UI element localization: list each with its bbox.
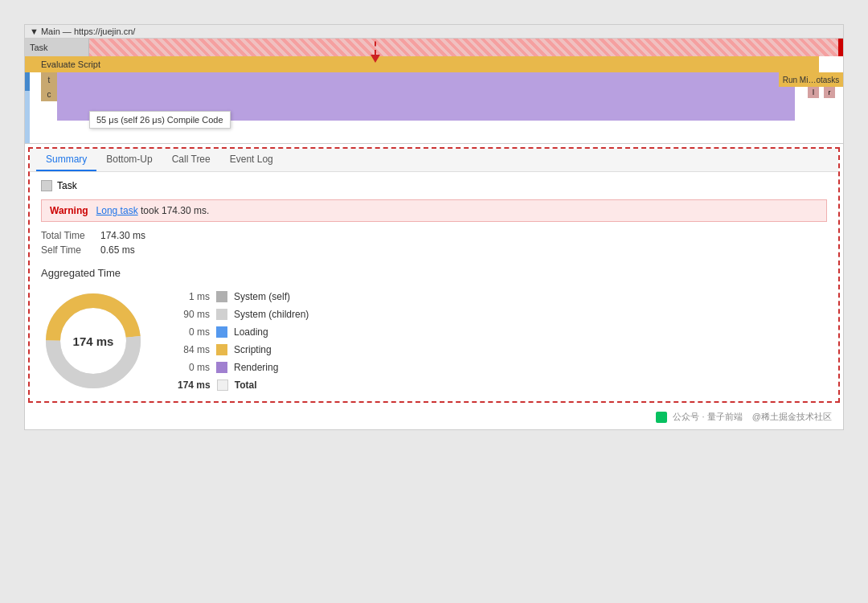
watermark: 公众号 · 量子前端 @稀土掘金技术社区 [25,406,843,429]
run-microtasks-label: Run Mi…otasks [779,72,843,87]
legend-label-rendering: Rendering [234,362,278,373]
legend-label-system-children: System (children) [234,309,309,320]
main-panel: ▼ Main — https://juejin.cn/ Task Evaluat… [24,24,844,430]
aggregated-title: Aggregated Time [41,267,827,279]
total-time-label: Total Time [41,230,97,241]
dashed-arrow-line [371,39,380,63]
legend-color-scripting [216,344,227,355]
warning-text: took 174.30 ms. [141,205,209,216]
legend-value-1: 90 ms [178,309,210,320]
legend-label-total: Total [235,379,257,391]
legend-value-3: 84 ms [178,344,210,355]
legend-row-system-children: 90 ms System (children) [178,309,309,320]
panel-content: Task Warning Long task took 174.30 ms. T… [30,172,838,401]
row-l-label: l [808,87,819,98]
legend-color-system-self [216,291,227,302]
warning-prefix: Warning [50,205,88,216]
donut-chart: 174 ms [41,289,145,393]
legend-color-rendering [216,362,227,373]
row-r-label: r [824,87,835,98]
legend-value-0: 1 ms [178,291,210,302]
tab-event-log[interactable]: Event Log [220,149,283,171]
legend-value-total: 174 ms [178,379,211,391]
task-info-row: Task [41,180,827,191]
wechat-icon [656,412,667,423]
legend-color-total [217,379,228,391]
tooltip-box: 55 μs (self 26 μs) Compile Code [89,111,231,129]
tiny-row-t: t [41,72,57,87]
total-time-row: Total Time 174.30 ms [41,230,827,241]
legend-row-scripting: 84 ms Scripting [178,344,309,355]
task-label: Task [25,39,89,56]
legend-color-loading [216,326,227,338]
task-row: Task [25,39,843,56]
legend-row-loading: 0 ms Loading [178,326,309,338]
legend-row-total: 174 ms Total [178,379,309,391]
tabs-bar: Summary Bottom-Up Call Tree Event Log [30,149,838,172]
warning-row: Warning Long task took 174.30 ms. [41,199,827,222]
aggregated-content: 174 ms 1 ms System (self) [41,289,827,393]
timeline-area: ▼ Main — https://juejin.cn/ Task Evaluat… [25,25,843,144]
dashed-line [375,39,376,55]
legend-color-system-children [216,309,227,320]
legend-label-scripting: Scripting [234,344,272,355]
tab-call-tree[interactable]: Call Tree [162,149,220,171]
aggregated-section: Aggregated Time [41,267,827,393]
timeline-header: ▼ Main — https://juejin.cn/ [25,25,843,39]
evaluate-script-label: Evaluate Script [41,59,100,69]
tab-summary[interactable]: Summary [36,149,96,171]
watermark-sub: @稀土掘金技术社区 [752,412,832,421]
timeline-rows: Task Evaluate Script t c Run Mi…otasks [25,39,843,143]
legend: 1 ms System (self) 90 ms System (childre… [178,291,309,391]
task-color-swatch [41,180,52,191]
bottom-panel: Summary Bottom-Up Call Tree Event Log Ta… [28,147,840,403]
self-time-value: 0.65 ms [100,244,135,256]
tiny-row-c: c [41,87,57,101]
task-info-label: Task [57,180,77,191]
donut-center-label: 174 ms [73,334,114,348]
task-red-border [838,39,843,56]
self-time-label: Self Time [41,244,97,256]
tab-bottom-up[interactable]: Bottom-Up [96,149,162,171]
tooltip-text: 55 μs (self 26 μs) Compile Code [96,115,223,125]
watermark-text: 公众号 · 量子前端 [673,412,742,421]
long-task-link[interactable]: Long task [96,205,138,216]
arrow-head-bottom-icon [371,55,380,63]
total-time-value: 174.30 ms [100,230,145,241]
evaluate-script-row: Evaluate Script [25,56,819,72]
legend-value-2: 0 ms [178,326,210,338]
legend-label-system-self: System (self) [234,291,290,302]
legend-row-system-self: 1 ms System (self) [178,291,309,302]
sub-rows: t c Run Mi…otasks l r 55 μs (self 26 μs)… [41,72,843,143]
legend-value-4: 0 ms [178,362,210,373]
self-time-row: Self Time 0.65 ms [41,244,827,256]
legend-row-rendering: 0 ms Rendering [178,362,309,373]
legend-label-loading: Loading [234,326,268,338]
timeline-header-label: ▼ Main — https://juejin.cn/ [30,27,135,36]
